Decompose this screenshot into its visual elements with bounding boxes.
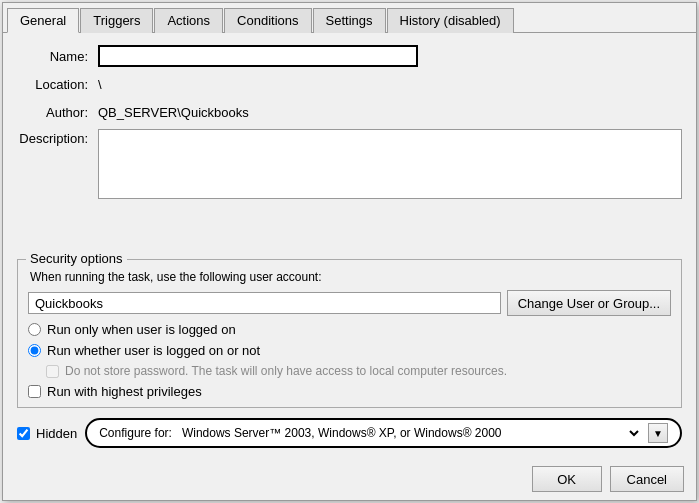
- security-body: When running the task, use the following…: [28, 270, 671, 399]
- highest-privileges-row: Run with highest privileges: [28, 384, 671, 399]
- radio-not-logged-on[interactable]: [28, 344, 41, 357]
- author-label: Author:: [17, 105, 92, 120]
- tab-bar: General Triggers Actions Conditions Sett…: [3, 3, 696, 33]
- tab-actions[interactable]: Actions: [154, 8, 223, 33]
- tab-general[interactable]: General: [7, 8, 79, 33]
- tab-history[interactable]: History (disabled): [387, 8, 514, 33]
- radio-not-logged-on-label: Run whether user is logged on or not: [47, 343, 260, 358]
- cancel-button[interactable]: Cancel: [610, 466, 684, 492]
- configure-dropdown-btn[interactable]: ▼: [648, 423, 668, 443]
- author-row: Author: QB_SERVER\Quickbooks: [17, 101, 682, 123]
- tab-triggers[interactable]: Triggers: [80, 8, 153, 33]
- name-row: Name:: [17, 45, 682, 67]
- no-password-label: Do not store password. The task will onl…: [65, 364, 507, 378]
- radio-logged-on-label: Run only when user is logged on: [47, 322, 236, 337]
- configure-section: Configure for: Windows Server™ 2003, Win…: [85, 418, 682, 448]
- security-legend: Security options: [26, 251, 127, 266]
- configure-for-label: Configure for:: [99, 426, 172, 440]
- highest-privileges-label: Run with highest privileges: [47, 384, 202, 399]
- no-password-row: Do not store password. The task will onl…: [28, 364, 671, 378]
- tab-conditions[interactable]: Conditions: [224, 8, 311, 33]
- name-label: Name:: [17, 49, 92, 64]
- general-content: Name: Location: \ Author: QB_SERVER\Quic…: [3, 33, 696, 460]
- dialog-buttons: OK Cancel: [3, 460, 696, 500]
- highest-privileges-checkbox[interactable]: [28, 385, 41, 398]
- hidden-label: Hidden: [36, 426, 77, 441]
- configure-select[interactable]: Windows Server™ 2003, Windows® XP, or Wi…: [178, 425, 642, 441]
- hidden-check-row: Hidden: [17, 426, 77, 441]
- description-input[interactable]: [98, 129, 682, 199]
- user-account-row: Quickbooks Change User or Group...: [28, 290, 671, 316]
- footer-row: Hidden Configure for: Windows Server™ 20…: [17, 418, 682, 448]
- account-prompt: When running the task, use the following…: [28, 270, 671, 284]
- location-row: Location: \: [17, 73, 682, 95]
- task-dialog: General Triggers Actions Conditions Sett…: [2, 2, 697, 501]
- radio-logged-on[interactable]: [28, 323, 41, 336]
- ok-button[interactable]: OK: [532, 466, 602, 492]
- name-input[interactable]: [98, 45, 418, 67]
- tab-settings[interactable]: Settings: [313, 8, 386, 33]
- change-user-button[interactable]: Change User or Group...: [507, 290, 671, 316]
- location-value: \: [98, 77, 102, 92]
- radio-logged-on-row: Run only when user is logged on: [28, 322, 671, 337]
- location-label: Location:: [17, 77, 92, 92]
- current-user-display: Quickbooks: [28, 292, 501, 314]
- author-value: QB_SERVER\Quickbooks: [98, 105, 249, 120]
- hidden-checkbox[interactable]: [17, 427, 30, 440]
- description-row: Description:: [17, 129, 682, 249]
- security-section: Security options When running the task, …: [17, 259, 682, 408]
- radio-not-logged-on-row: Run whether user is logged on or not: [28, 343, 671, 358]
- description-label: Description:: [17, 129, 92, 146]
- no-password-checkbox[interactable]: [46, 365, 59, 378]
